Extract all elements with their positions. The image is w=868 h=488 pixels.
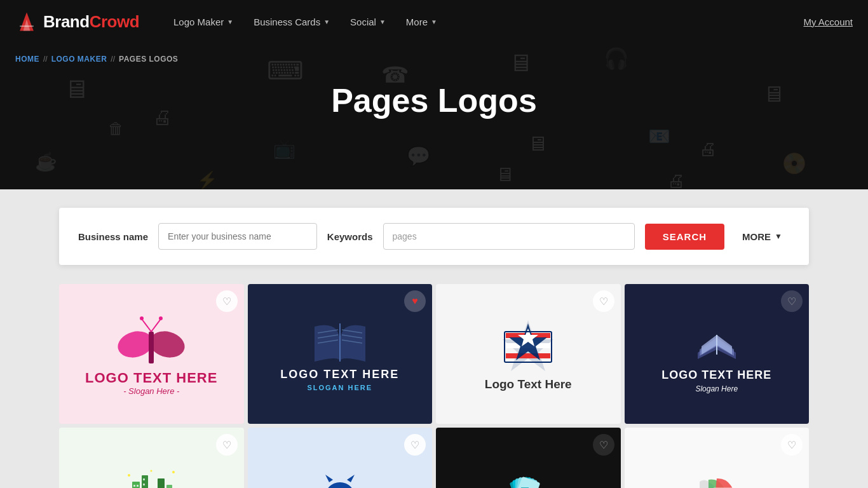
hero-section: HOME // LOGO MAKER // PAGES LOGOS ⌨ ☎ 🖥 …	[0, 43, 868, 189]
logo-image-7	[493, 466, 563, 488]
svg-point-36	[151, 470, 153, 472]
chevron-down-icon: ▼	[775, 232, 782, 241]
svg-rect-25	[142, 475, 148, 488]
breadcrumb-sep-2: //	[111, 55, 115, 64]
search-button[interactable]: SEARCH	[645, 224, 724, 250]
shortlist-button-6[interactable]: ♡	[404, 434, 426, 456]
svg-point-37	[325, 482, 355, 488]
svg-rect-5	[149, 332, 154, 363]
brand-name-part1: Brand	[43, 12, 90, 32]
logo-card-3[interactable]: ♡ Logo Text Here	[436, 284, 621, 424]
chevron-down-icon: ▼	[379, 18, 386, 25]
logo-card-1[interactable]: ♡ LOGO TEXT HERE - Slogan Here -	[59, 284, 244, 424]
logo-image-4	[685, 315, 749, 369]
svg-line-7	[151, 319, 161, 332]
svg-point-9	[159, 316, 163, 320]
svg-line-6	[142, 319, 151, 332]
logo-card-1-slogan: - Slogan Here -	[123, 386, 179, 396]
svg-rect-29	[133, 485, 135, 487]
breadcrumb-logo-maker[interactable]: LOGO MAKER	[51, 55, 107, 64]
svg-rect-19	[506, 353, 550, 358]
svg-point-35	[172, 471, 175, 473]
shortlist-button-5[interactable]: ♡	[216, 434, 238, 456]
svg-marker-45	[325, 475, 333, 482]
logo-grid: ♡ LOGO TEXT HERE - Slogan Here - ♥	[59, 284, 809, 488]
logo-card-4-text: LOGO TEXT HERE	[661, 369, 771, 382]
logo-image-2	[308, 317, 372, 368]
svg-rect-32	[143, 478, 145, 480]
business-name-input[interactable]	[158, 223, 317, 250]
navbar: BrandCrowd Logo Maker ▼ Business Cards ▼…	[0, 0, 868, 43]
breadcrumb: HOME // LOGO MAKER // PAGES LOGOS	[15, 55, 178, 64]
logo-card-3-text: Logo Text Here	[485, 377, 572, 391]
logo-card-1-text: LOGO TEXT HERE	[85, 370, 217, 386]
svg-point-34	[128, 474, 130, 477]
breadcrumb-home[interactable]: HOME	[15, 55, 39, 64]
brand-icon	[15, 10, 38, 33]
page-title: Pages Logos	[15, 81, 853, 119]
shortlist-button-8[interactable]: ♡	[781, 434, 803, 456]
business-name-label: Business name	[78, 231, 148, 242]
logo-image-8	[682, 466, 752, 488]
logo-card-6[interactable]: ♡	[248, 428, 433, 488]
logo-card-4-slogan: Slogan Here	[695, 384, 738, 393]
logo-card-2[interactable]: ♥ LOGO TEXT HERE SLOGAN HERE	[248, 284, 433, 424]
logo-card-4[interactable]: ♡ LOGO TEXT HERE Slogan Here	[625, 284, 810, 424]
keywords-input[interactable]	[383, 223, 635, 250]
more-filters-button[interactable]: MORE ▼	[735, 226, 790, 247]
logo-card-2-slogan: SLOGAN HERE	[307, 384, 372, 391]
shortlist-button-1[interactable]: ♡	[216, 290, 238, 312]
breadcrumb-current: PAGES LOGOS	[119, 55, 178, 64]
logo-card-8[interactable]: ♡	[625, 428, 810, 488]
chevron-down-icon: ▼	[323, 18, 330, 25]
logo-card-5[interactable]: ♡	[59, 428, 244, 488]
nav-links: Logo Maker ▼ Business Cards ▼ Social ▼ M…	[165, 11, 803, 32]
logo-card-7[interactable]: ♡	[436, 428, 621, 488]
nav-item-social[interactable]: Social ▼	[341, 11, 395, 32]
logo-card-2-text: LOGO TEXT HERE	[280, 368, 399, 381]
shortlist-button-7[interactable]: ♡	[593, 434, 614, 456]
svg-rect-24	[132, 482, 140, 488]
logo-image-6	[305, 466, 375, 488]
keywords-label: Keywords	[327, 231, 373, 242]
chevron-down-icon: ▼	[227, 18, 233, 25]
svg-rect-28	[166, 485, 172, 488]
search-bar: Business name Keywords SEARCH MORE ▼	[59, 208, 809, 265]
svg-rect-27	[158, 478, 165, 488]
shortlist-button-3[interactable]: ♡	[593, 290, 614, 312]
nav-item-logo-maker[interactable]: Logo Maker ▼	[165, 11, 242, 32]
svg-rect-30	[137, 485, 139, 487]
svg-marker-46	[347, 475, 355, 482]
search-section: Business name Keywords SEARCH MORE ▼	[0, 189, 868, 284]
chevron-down-icon: ▼	[431, 18, 437, 25]
nav-item-more[interactable]: More ▼	[397, 11, 446, 32]
brand-logo[interactable]: BrandCrowd	[15, 10, 139, 33]
logo-image-3	[493, 317, 563, 377]
shortlist-button-4[interactable]: ♡	[781, 290, 803, 312]
brand-name-part2: Crowd	[90, 12, 139, 32]
nav-item-business-cards[interactable]: Business Cards ▼	[245, 11, 339, 32]
svg-rect-33	[143, 484, 145, 485]
my-account-link[interactable]: My Account	[803, 17, 853, 27]
breadcrumb-sep-1: //	[43, 55, 48, 64]
logo-grid-section: ♡ LOGO TEXT HERE - Slogan Here - ♥	[0, 284, 868, 488]
svg-point-8	[140, 316, 144, 320]
logo-image-1	[116, 313, 186, 370]
shortlist-button-2[interactable]: ♥	[404, 290, 426, 312]
logo-image-5	[116, 466, 186, 488]
